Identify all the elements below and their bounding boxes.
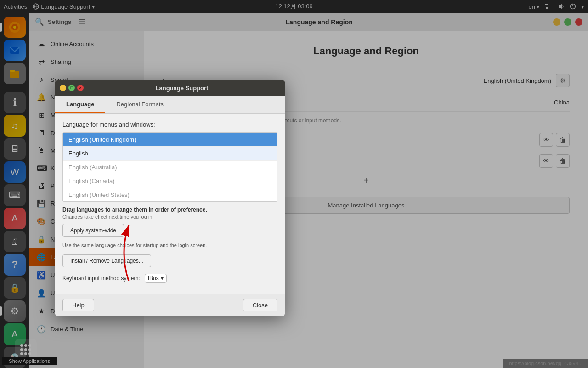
dialog-tab-regional-formats[interactable]: Regional Formats (105, 96, 175, 113)
language-support-dialog: — □ × Language Support Language Regional… (55, 80, 285, 316)
dialog-help-button[interactable]: Help (62, 299, 94, 311)
dialog-close-button[interactable]: × (77, 85, 84, 91)
dialog-tabs: Language Regional Formats (55, 96, 285, 114)
install-remove-languages-button[interactable]: Install / Remove Languages... (62, 254, 151, 267)
dialog-titlebar: — □ × Language Support (55, 80, 285, 96)
dialog-title: Language Support (84, 85, 280, 92)
dialog-footer: Help Close (55, 294, 285, 316)
ibus-dropdown-arrow: ▾ (161, 275, 164, 282)
dialog-minimize-button[interactable]: — (60, 85, 66, 91)
dialog-overlay: — □ × Language Support Language Regional… (0, 0, 588, 368)
lang-item-en[interactable]: English (63, 147, 277, 161)
apply-desc: Use the same language choices for startu… (62, 242, 277, 248)
lang-item-en-uk[interactable]: English (United Kingdom) (63, 133, 277, 147)
ibus-value: IBus (148, 275, 159, 282)
lang-item-en-au[interactable]: English (Australia) (63, 161, 277, 174)
keyboard-input-select[interactable]: IBus ▾ (145, 274, 167, 283)
dialog-maximize-button[interactable]: □ (68, 85, 75, 91)
drag-note: Drag languages to arrange them in order … (62, 207, 277, 213)
lang-item-en-ca[interactable]: English (Canada) (63, 174, 277, 188)
dialog-close-btn[interactable]: Close (243, 299, 277, 311)
language-list: English (United Kingdom) English English… (62, 132, 277, 202)
changes-note: Changes take effect next time you log in… (62, 214, 277, 219)
apply-system-wide-button[interactable]: Apply system-wide (62, 224, 124, 237)
dialog-body: Language Regional Formats Language for m… (55, 96, 285, 294)
keyboard-input-label: Keyboard input method system: (62, 275, 140, 282)
keyboard-input-row: Keyboard input method system: IBus ▾ (62, 274, 277, 283)
lang-for-menus-label: Language for menus and windows: (62, 121, 277, 128)
dialog-tab-content: Language for menus and windows: English … (55, 114, 285, 294)
lang-item-en-us[interactable]: English (United States) (63, 188, 277, 201)
dialog-tab-language[interactable]: Language (55, 96, 105, 113)
dialog-window-buttons: — □ × (60, 85, 84, 91)
